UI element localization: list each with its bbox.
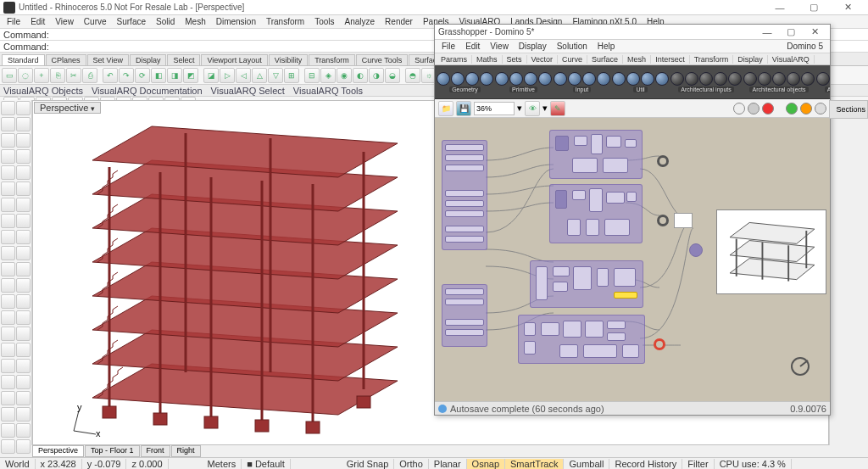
tool-button[interactable] xyxy=(16,359,31,373)
gh-component[interactable] xyxy=(607,332,626,341)
gh-solver-3[interactable] xyxy=(815,103,826,114)
tool-button[interactable] xyxy=(1,165,15,180)
gh-slider[interactable] xyxy=(445,200,484,207)
toolbar-button[interactable]: ◓ xyxy=(405,68,420,83)
visualarq-tab[interactable]: VisualARQ Objects xyxy=(3,86,83,96)
gh-component[interactable] xyxy=(541,322,559,336)
toolbar-button[interactable]: ◒ xyxy=(385,68,400,83)
gh-menu-solution[interactable]: Solution xyxy=(552,42,593,51)
toolbar-button[interactable]: ◨ xyxy=(167,68,182,83)
toggle-gumball[interactable]: Gumball xyxy=(564,459,609,469)
tool-button[interactable] xyxy=(1,343,15,357)
tool-button[interactable] xyxy=(16,439,31,454)
gh-group[interactable] xyxy=(518,315,645,364)
gh-zoom-input[interactable] xyxy=(474,102,515,115)
menu-view[interactable]: View xyxy=(50,17,79,26)
toolbar-button[interactable]: ◁ xyxy=(236,68,251,83)
tool-button[interactable] xyxy=(1,375,15,389)
toggle-planar[interactable]: Planar xyxy=(429,459,467,469)
gh-tab-sets[interactable]: Sets xyxy=(503,55,527,64)
gh-ribbon-button[interactable] xyxy=(465,72,479,86)
view-tab-right[interactable]: Right xyxy=(171,445,201,457)
rhino-close-button[interactable]: ✕ xyxy=(831,2,865,13)
gh-menu-edit[interactable]: Edit xyxy=(460,42,485,51)
gh-component[interactable] xyxy=(626,192,637,202)
toolbar-button[interactable]: ◌ xyxy=(18,68,33,83)
gh-ribbon-button[interactable] xyxy=(538,72,552,86)
gh-slider[interactable] xyxy=(445,144,484,151)
toolbar-tab-visibility[interactable]: Visibility xyxy=(269,54,308,65)
toolbar-tab-viewport-layout[interactable]: Viewport Layout xyxy=(201,54,267,65)
tool-button[interactable] xyxy=(16,278,31,293)
toolbar-button[interactable]: ⟳ xyxy=(135,68,150,83)
gh-tab-intersect[interactable]: Intersect xyxy=(651,55,690,64)
tool-button[interactable] xyxy=(16,407,31,422)
gh-component[interactable] xyxy=(583,344,617,358)
gh-slider[interactable] xyxy=(445,210,484,217)
gh-component[interactable] xyxy=(606,192,625,204)
tool-button[interactable] xyxy=(16,423,31,438)
tool-button[interactable] xyxy=(1,262,15,276)
toolbar-button[interactable]: ⊟ xyxy=(304,68,320,83)
gh-ribbon-button[interactable] xyxy=(509,72,523,86)
tool-button[interactable] xyxy=(1,310,15,325)
view-tab-perspective[interactable]: Perspective xyxy=(32,445,84,457)
toggle-ortho[interactable]: Ortho xyxy=(394,459,429,469)
visualarq-tab[interactable]: VisualARQ Tools xyxy=(293,86,363,96)
tool-button[interactable] xyxy=(1,439,15,454)
toolbar-tab-select[interactable]: Select xyxy=(167,54,200,65)
gh-ribbon-button[interactable] xyxy=(816,72,830,86)
toolbar-button[interactable]: ◩ xyxy=(183,68,198,83)
gh-tab-visualarq[interactable]: VisualARQ xyxy=(768,55,815,64)
gh-shade-1[interactable] xyxy=(733,103,745,114)
gh-ribbon-button[interactable] xyxy=(670,72,684,86)
toolbar-button[interactable]: ↶ xyxy=(103,68,118,83)
gh-component[interactable] xyxy=(567,219,581,236)
gh-ribbon-button[interactable] xyxy=(524,72,537,86)
gh-ribbon-button[interactable] xyxy=(728,72,742,86)
toolbar-button[interactable]: ◐ xyxy=(353,68,368,83)
menu-edit[interactable]: Edit xyxy=(25,17,50,26)
tool-button[interactable] xyxy=(16,117,31,131)
tool-button[interactable] xyxy=(1,230,15,244)
menu-solid[interactable]: Solid xyxy=(151,17,180,26)
status-layer[interactable]: ■ Default xyxy=(242,459,291,469)
toolbar-button[interactable]: ⊞ xyxy=(284,68,299,83)
tool-button[interactable] xyxy=(1,278,15,293)
toggle-smarttrack[interactable]: SmartTrack xyxy=(505,459,564,469)
gh-tab-display[interactable]: Display xyxy=(733,55,768,64)
gh-solver-2[interactable] xyxy=(800,103,812,114)
menu-dimension[interactable]: Dimension xyxy=(211,17,261,26)
gh-ribbon-button[interactable] xyxy=(554,72,567,86)
gh-ribbon-button[interactable] xyxy=(758,72,771,86)
gh-tab-params[interactable]: Params xyxy=(437,55,472,64)
gh-component[interactable] xyxy=(555,190,567,209)
gh-ribbon-button[interactable] xyxy=(568,72,581,86)
menu-tools[interactable]: Tools xyxy=(309,17,339,26)
gh-menu-help[interactable]: Help xyxy=(593,42,620,51)
toolbar-tab-display[interactable]: Display xyxy=(130,54,167,65)
menu-file[interactable]: File xyxy=(2,17,25,26)
gh-ribbon-button[interactable] xyxy=(743,72,757,86)
tool-button[interactable] xyxy=(16,230,31,244)
gh-tab-mesh[interactable]: Mesh xyxy=(623,55,651,64)
toolbar-tab-cplanes[interactable]: CPlanes xyxy=(46,54,86,65)
gh-compass-icon[interactable] xyxy=(787,354,813,379)
toolbar-tab-transform[interactable]: Transform xyxy=(309,54,355,65)
gh-component[interactable] xyxy=(603,158,628,173)
gh-cluster-output[interactable] xyxy=(689,243,703,257)
tool-button[interactable] xyxy=(16,294,31,309)
toggle-record[interactable]: Record History xyxy=(609,459,682,469)
tool-button[interactable] xyxy=(16,133,31,148)
gh-component[interactable] xyxy=(607,321,626,329)
gh-close-button[interactable]: ✕ xyxy=(803,26,826,37)
toolbar-button[interactable]: ⎘ xyxy=(50,68,65,83)
rhino-minimize-button[interactable]: — xyxy=(763,3,797,13)
gh-component[interactable] xyxy=(555,136,569,151)
gh-group[interactable] xyxy=(549,184,643,243)
tool-button[interactable] xyxy=(16,343,31,357)
tool-button[interactable] xyxy=(1,423,15,438)
gh-canvas[interactable] xyxy=(435,118,830,401)
gh-sketch-button[interactable]: ✎ xyxy=(550,101,565,116)
gh-component[interactable] xyxy=(572,190,586,200)
